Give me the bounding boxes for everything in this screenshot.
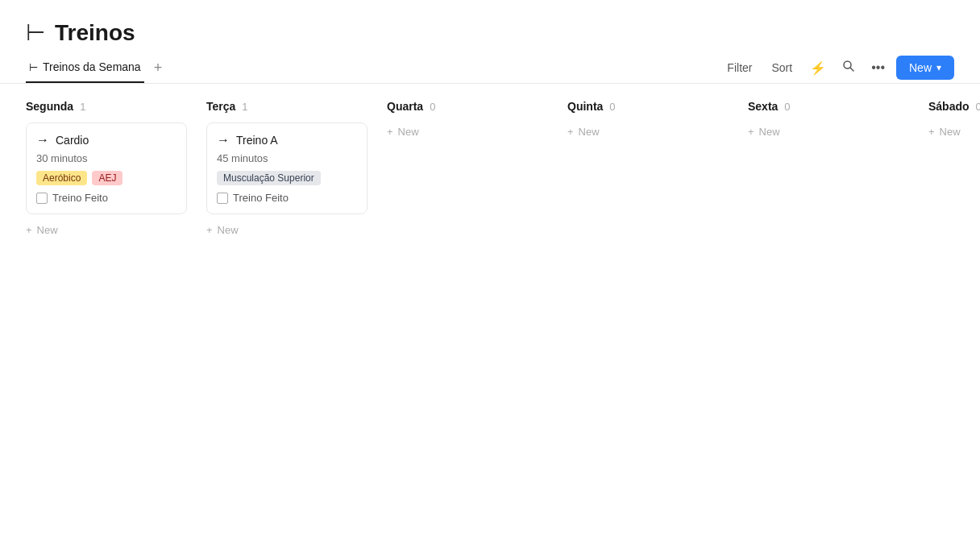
column-header: Quinta 0	[567, 100, 729, 113]
column-title: Sábado	[928, 100, 970, 113]
card-checkbox-label: Treino Feito	[233, 192, 289, 204]
column-count: 0	[784, 101, 790, 113]
column-new-button[interactable]: +New	[748, 122, 780, 141]
card-checkbox-label: Treino Feito	[52, 192, 108, 204]
column-new-button[interactable]: +New	[567, 122, 600, 141]
column-new-button[interactable]: +New	[928, 122, 961, 141]
search-icon	[842, 60, 855, 73]
card-tag: AEJ	[92, 171, 122, 185]
card-checkbox-row: Treino Feito	[36, 192, 176, 204]
plus-icon: +	[26, 224, 32, 236]
column-title: Sexta	[748, 100, 778, 113]
search-button[interactable]	[837, 56, 860, 79]
card-checkbox[interactable]	[36, 193, 48, 204]
chevron-down-icon: ▾	[936, 62, 941, 73]
plus-icon: +	[206, 224, 213, 236]
column-new-button[interactable]: +New	[387, 122, 419, 141]
column-header: Sexta 0	[748, 100, 909, 113]
card-arrow-icon: →	[217, 133, 230, 147]
column-header: Quarta 0	[387, 100, 548, 113]
tab-bar-left: ⊢ Treinos da Semana +	[26, 52, 168, 83]
new-button[interactable]: New ▾	[896, 56, 954, 80]
card[interactable]: → Cardio 30 minutosAeróbicoAEJ Treino Fe…	[26, 122, 187, 214]
page-header: ⊢ Treinos	[0, 0, 980, 46]
column-header: Sábado 0	[928, 100, 980, 113]
new-label: New	[940, 126, 961, 138]
card-checkbox-row: Treino Feito	[217, 192, 357, 204]
plus-icon: +	[928, 126, 935, 138]
new-label: New	[398, 126, 419, 138]
column-count: 1	[242, 101, 247, 113]
column-sábado: Sábado 0 +New	[928, 100, 980, 239]
tab-icon: ⊢	[29, 61, 38, 73]
plus-icon: +	[567, 126, 574, 138]
column-segunda: Segunda 1 → Cardio 30 minutosAeróbicoAEJ…	[26, 100, 187, 239]
page-title: Treinos	[55, 20, 135, 46]
column-header: Terça 1	[206, 100, 368, 113]
column-header: Segunda 1	[26, 100, 187, 113]
column-terça: Terça 1 → Treino A 45 minutosMusculação …	[206, 100, 368, 239]
new-label: New	[579, 126, 600, 138]
card-tag: Musculação Superior	[217, 171, 321, 185]
column-title: Quinta	[567, 100, 603, 113]
column-title: Quarta	[387, 100, 423, 113]
page-icon: ⊢	[26, 19, 45, 46]
toolbar-right: Filter Sort ⚡ ••• New ▾	[720, 56, 954, 80]
more-options-button[interactable]: •••	[866, 57, 890, 78]
column-new-button[interactable]: +New	[26, 221, 58, 239]
card[interactable]: → Treino A 45 minutosMusculação Superior…	[206, 122, 368, 214]
card-title: Treino A	[236, 134, 278, 147]
tab-bar: ⊢ Treinos da Semana + Filter Sort ⚡ ••• …	[0, 52, 980, 84]
column-count: 0	[430, 101, 435, 113]
column-count: 1	[80, 101, 85, 113]
bolt-icon-button[interactable]: ⚡	[805, 57, 831, 79]
card-tags: AeróbicoAEJ	[36, 171, 176, 185]
column-count: 0	[609, 101, 615, 113]
card-duration: 45 minutos	[217, 152, 357, 164]
card-title: Cardio	[56, 134, 89, 147]
card-arrow-icon: →	[36, 133, 49, 147]
column-title: Segunda	[26, 100, 73, 113]
board: Segunda 1 → Cardio 30 minutosAeróbicoAEJ…	[0, 84, 980, 255]
new-label: New	[37, 224, 58, 236]
plus-icon: +	[387, 126, 393, 138]
tab-label: Treinos da Semana	[43, 60, 141, 73]
svg-line-1	[850, 68, 853, 71]
column-quarta: Quarta 0 +New	[387, 100, 548, 239]
new-button-label: New	[909, 61, 932, 74]
plus-icon: +	[748, 126, 754, 138]
column-title: Terça	[206, 100, 235, 113]
card-checkbox[interactable]	[217, 193, 228, 204]
card-title-row: → Treino A	[217, 133, 357, 147]
column-count: 0	[976, 101, 980, 113]
column-quinta: Quinta 0 +New	[567, 100, 729, 239]
filter-button[interactable]: Filter	[720, 58, 758, 77]
new-label: New	[218, 224, 239, 236]
new-label: New	[759, 126, 780, 138]
tab-treinos-da-semana[interactable]: ⊢ Treinos da Semana	[26, 52, 144, 83]
card-duration: 30 minutos	[36, 152, 176, 164]
card-tags: Musculação Superior	[217, 171, 357, 185]
add-tab-button[interactable]: +	[147, 56, 169, 80]
column-sexta: Sexta 0 +New	[748, 100, 909, 239]
column-new-button[interactable]: +New	[206, 221, 239, 239]
card-tag: Aeróbico	[36, 171, 87, 185]
card-title-row: → Cardio	[36, 133, 176, 147]
sort-button[interactable]: Sort	[765, 58, 799, 77]
